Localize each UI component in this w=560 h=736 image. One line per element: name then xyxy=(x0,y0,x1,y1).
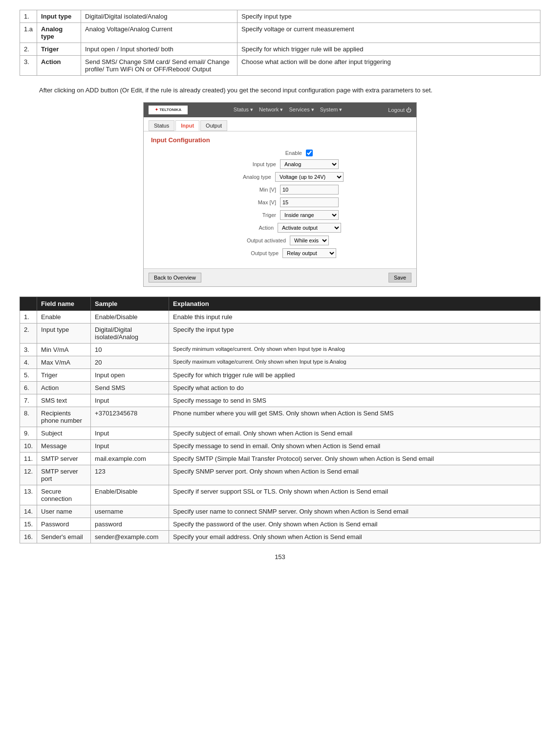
nav-bar: ✦ TELTONIKA Status ▾ Network ▾ Services … xyxy=(144,103,416,117)
row-num: 1. xyxy=(20,10,37,23)
table-row: 9. Subject Input Specify subject of emai… xyxy=(20,427,540,439)
row-explanation: Specify the password of the user. Only s… xyxy=(169,518,540,530)
row-explanation: Specify SMTP (Simple Mail Transfer Proto… xyxy=(169,452,540,465)
row-explanation: Specify subject of email. Only shown whe… xyxy=(169,427,540,439)
action-label: Action xyxy=(219,225,278,231)
enable-label: Enable xyxy=(247,150,306,156)
row-field: Action xyxy=(37,381,91,394)
row-field: SMS text xyxy=(37,394,91,407)
enable-checkbox[interactable] xyxy=(306,150,313,156)
row-num: 2. xyxy=(20,323,37,343)
tab-output[interactable]: Output xyxy=(200,120,227,131)
nav-menu[interactable]: Status ▾ Network ▾ Services ▾ System ▾ xyxy=(234,107,343,113)
top-table-row: 1.a Analog type Analog Voltage/Analog Cu… xyxy=(20,23,540,43)
min-label: Min [V] xyxy=(221,187,280,193)
top-table-row: 3. Action Send SMS/ Change SIM card/ Sen… xyxy=(20,56,540,76)
row-num: 12. xyxy=(20,465,37,485)
screenshot: ✦ TELTONIKA Status ▾ Network ▾ Services … xyxy=(143,102,417,287)
row-explanation: Specify maximum voltage/current. Only sh… xyxy=(169,356,540,368)
tab-input[interactable]: Input xyxy=(175,120,199,131)
row-num: 4. xyxy=(20,356,37,368)
enable-row: Enable xyxy=(151,150,409,156)
row-explanation: Specify what action to do xyxy=(169,381,540,394)
min-input[interactable] xyxy=(280,185,339,195)
output-activated-select[interactable]: While exist xyxy=(290,236,329,245)
row-explanation: Enable this input rule xyxy=(169,310,540,323)
max-input[interactable] xyxy=(280,197,339,207)
row-num: 13. xyxy=(20,485,37,505)
row-explanation: Phone number where you will get SMS. Onl… xyxy=(169,407,540,427)
triger-select[interactable]: Inside range xyxy=(280,210,339,220)
row-field: SMTP serverport xyxy=(37,465,91,485)
row-explanation: Specify for which trigger rule will be a… xyxy=(169,368,540,381)
row-sample: Input open / Input shorted/ both xyxy=(81,43,237,56)
row-field: Sender's email xyxy=(37,530,91,543)
tab-status[interactable]: Status xyxy=(149,120,174,131)
nav-network[interactable]: Network ▾ xyxy=(259,107,283,113)
row-explanation: Choose what action will be done after in… xyxy=(237,56,540,76)
row-field: Triger xyxy=(37,43,81,56)
row-sample: username xyxy=(91,505,169,518)
row-sample: Input xyxy=(91,427,169,439)
action-select[interactable]: Activate output xyxy=(278,223,341,233)
table-row: 12. SMTP serverport 123 Specify SNMP ser… xyxy=(20,465,540,485)
row-explanation: Specify input type xyxy=(237,10,540,23)
row-sample: 20 xyxy=(91,356,169,368)
row-sample: Input xyxy=(91,439,169,452)
row-explanation: Specify voltage or current measurement xyxy=(237,23,540,43)
top-table-row: 1. Input type Digital/Digital isolated/A… xyxy=(20,10,540,23)
col-sample-header: Sample xyxy=(91,297,169,310)
tab-bar: Status Input Output xyxy=(144,117,416,131)
min-row: Min [V] xyxy=(151,185,409,195)
row-field: Recipientsphone number xyxy=(37,407,91,427)
nav-services[interactable]: Services ▾ xyxy=(289,107,314,113)
logout-button[interactable]: Logout ⏻ xyxy=(388,107,411,113)
row-sample: Input xyxy=(91,394,169,407)
row-field: SMTP server xyxy=(37,452,91,465)
row-sample: password xyxy=(91,518,169,530)
row-field: Enable xyxy=(37,310,91,323)
triger-row: Triger Inside range xyxy=(151,210,409,220)
analog-type-label: Analog type xyxy=(216,174,275,180)
row-sample: Send SMS xyxy=(91,381,169,394)
row-num: 15. xyxy=(20,518,37,530)
row-sample: Send SMS/ Change SIM card/ Send email/ C… xyxy=(81,56,237,76)
row-num: 3. xyxy=(20,56,37,76)
row-sample: 10 xyxy=(91,343,169,356)
row-explanation: Specify SNMP server port. Only shown whe… xyxy=(169,465,540,485)
col-fieldname-header: Field name xyxy=(37,297,91,310)
row-explanation: Specify user name to connect SNMP server… xyxy=(169,505,540,518)
row-num: 1.a xyxy=(20,23,37,43)
col-explanation-header: Explanation xyxy=(169,297,540,310)
row-sample: sender@example.com xyxy=(91,530,169,543)
row-num: 8. xyxy=(20,407,37,427)
row-num: 9. xyxy=(20,427,37,439)
col-num-header xyxy=(20,297,37,310)
row-field: Triger xyxy=(37,368,91,381)
row-explanation: Specify message to send in SMS xyxy=(169,394,540,407)
row-sample: Enable/Disable xyxy=(91,310,169,323)
table-row: 11. SMTP server mail.example.com Specify… xyxy=(20,452,540,465)
back-to-overview-button[interactable]: Back to Overview xyxy=(149,273,201,282)
nav-status[interactable]: Status ▾ xyxy=(234,107,253,113)
scr-footer: Back to Overview Save xyxy=(144,268,416,286)
row-explanation: Specify for which trigger rule will be a… xyxy=(237,43,540,56)
input-type-select[interactable]: Analog xyxy=(280,159,339,169)
table-row: 14. User name username Specify user name… xyxy=(20,505,540,518)
nav-system[interactable]: System ▾ xyxy=(320,107,343,113)
max-label: Max [V] xyxy=(221,199,280,205)
max-row: Max [V] xyxy=(151,197,409,207)
table-row: 6. Action Send SMS Specify what action t… xyxy=(20,381,540,394)
input-type-label: Input type xyxy=(221,161,280,167)
output-type-select[interactable]: Relay output xyxy=(282,248,336,258)
row-num: 7. xyxy=(20,394,37,407)
table-row: 2. Input type Digital/Digitalisolated/An… xyxy=(20,323,540,343)
analog-type-select[interactable]: Voltage (up to 24V) xyxy=(275,172,344,182)
row-explanation: Specify your email address. Only shown w… xyxy=(169,530,540,543)
table-row: 8. Recipientsphone number +37012345678 P… xyxy=(20,407,540,427)
row-sample: Input open xyxy=(91,368,169,381)
row-sample: Analog Voltage/Analog Current xyxy=(81,23,237,43)
row-field: Password xyxy=(37,518,91,530)
row-num: 1. xyxy=(20,310,37,323)
save-button[interactable]: Save xyxy=(388,273,411,282)
